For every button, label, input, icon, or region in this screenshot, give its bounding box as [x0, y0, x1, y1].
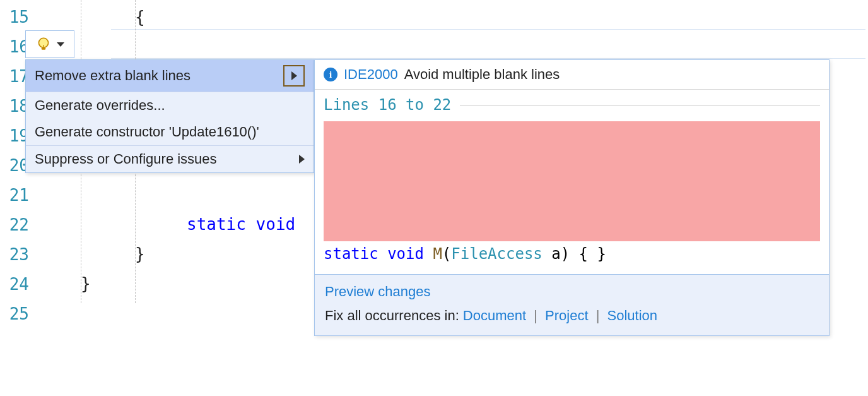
preview-changes-link[interactable]: Preview changes — [325, 284, 431, 299]
action-label: Generate overrides... — [35, 97, 165, 114]
fix-all-label: Fix all occurrences in: — [325, 308, 463, 323]
line-number: 25 — [0, 299, 35, 329]
line-number: 22 — [0, 210, 35, 240]
separator: | — [530, 308, 541, 323]
separator: | — [592, 308, 604, 323]
fix-solution-link[interactable]: Solution — [607, 308, 658, 323]
fix-document-link[interactable]: Document — [463, 308, 526, 323]
current-line-highlight — [111, 29, 865, 59]
preview-body: Lines 16 to 22 static void M(FileAccess … — [315, 90, 829, 274]
svg-rect-1 — [42, 47, 46, 49]
line-number: 15 — [0, 3, 35, 32]
submenu-indicator — [283, 65, 305, 87]
lines-range-text: Lines 16 to 22 — [324, 96, 451, 114]
fix-project-link[interactable]: Project — [545, 308, 588, 323]
chevron-right-icon — [291, 71, 297, 80]
action-generate-overrides[interactable]: Generate overrides... — [26, 92, 314, 119]
diff-removed-block — [324, 121, 820, 241]
chevron-down-icon — [57, 42, 64, 47]
preview-header: i IDE2000 Avoid multiple blank lines — [315, 60, 829, 90]
action-label: Suppress or Configure issues — [35, 151, 217, 167]
line-number: 21 — [0, 181, 35, 210]
line-number: 23 — [0, 240, 35, 270]
action-suppress-configure[interactable]: Suppress or Configure issues — [26, 146, 314, 172]
diff-result-code: static void M(FileAccess a) { } — [324, 241, 820, 263]
chevron-right-icon — [299, 155, 305, 164]
fix-preview-panel: i IDE2000 Avoid multiple blank lines Lin… — [314, 59, 830, 336]
line-number: 24 — [0, 270, 35, 299]
rule-description: Avoid multiple blank lines — [404, 66, 560, 83]
code-text: { — [135, 3, 145, 32]
action-remove-blank-lines[interactable]: Remove extra blank lines — [26, 60, 314, 92]
action-label: Generate constructor 'Update1610()' — [35, 124, 259, 140]
action-label: Remove extra blank lines — [35, 68, 191, 84]
lightbulb-button[interactable] — [25, 30, 74, 58]
code-text: static void — [187, 210, 295, 239]
rule-id[interactable]: IDE2000 — [344, 66, 398, 83]
action-generate-constructor[interactable]: Generate constructor 'Update1610()' — [26, 119, 314, 145]
divider — [460, 105, 820, 105]
code-text: } — [135, 239, 145, 269]
preview-footer: Preview changes Fix all occurrences in: … — [315, 274, 829, 335]
info-icon: i — [324, 68, 337, 81]
lines-range-label: Lines 16 to 22 — [324, 96, 820, 121]
code-text: } — [81, 269, 91, 299]
lightbulb-icon — [35, 36, 52, 52]
quick-actions-menu: Remove extra blank lines Generate overri… — [25, 59, 314, 173]
